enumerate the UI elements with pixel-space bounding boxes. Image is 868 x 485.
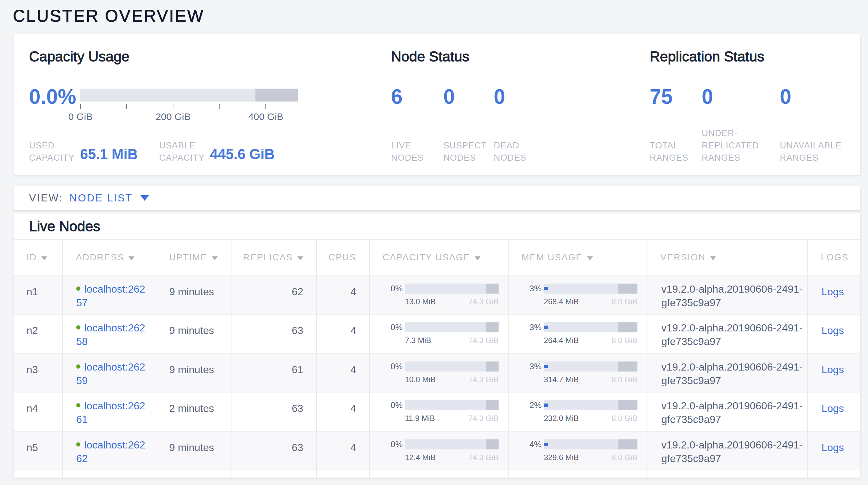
node-version: v19.2.0-alpha.20190606-2491-gfe735c9a97 xyxy=(661,282,807,309)
sort-descending-icon[interactable] xyxy=(128,256,134,260)
reserved-segment xyxy=(618,284,638,293)
column-header-address[interactable]: ADDRESS xyxy=(63,239,156,276)
node-version: v19.2.0-alpha.20190606-2491-gfe735c9a97 xyxy=(661,399,807,426)
node-cpus-cell: 4 xyxy=(316,315,369,354)
node-address-link[interactable]: localhost:26257 xyxy=(76,283,145,309)
usage-percent: 3% xyxy=(522,322,541,345)
column-header-version[interactable]: VERSION xyxy=(647,239,808,276)
usage-total-value: 74.3 GiB xyxy=(469,414,499,423)
node-logs-link[interactable]: Logs xyxy=(822,325,844,336)
live-nodes-label: LIVE NODES xyxy=(391,139,443,164)
empty-cell xyxy=(232,470,316,478)
usage-used-value: 13.0 MiB xyxy=(405,297,436,306)
used-capacity-value: 65.1 MiB xyxy=(80,146,138,162)
table-body: n1localhost:262579 minutes6240%13.0 MiB7… xyxy=(13,276,860,478)
dead-nodes-stat: 0 DEAD NODES xyxy=(494,85,549,164)
capacity-usage-cell: 0%10.0 MiB74.3 GiB xyxy=(369,353,508,393)
unavailable-ranges-stat: 0 UNAVAILABLE RANGES xyxy=(780,85,868,164)
column-header-capacity-usage[interactable]: CAPACITY USAGE xyxy=(369,239,508,276)
usage-percent: 0% xyxy=(383,284,403,306)
used-segment xyxy=(544,443,548,446)
node-logs-link[interactable]: Logs xyxy=(822,286,844,297)
capacity-bar-reserved-segment xyxy=(255,89,298,102)
mem-usage-cell: 4%329.6 MiB8.0 GiB xyxy=(508,431,647,470)
capacity-axis-labels: 0 GiB 200 GiB 400 GiB xyxy=(80,109,298,121)
column-header-replicas[interactable]: REPLICAS xyxy=(232,239,316,276)
node-address-link[interactable]: localhost:26258 xyxy=(76,322,145,347)
node-cpus-cell: 4 xyxy=(316,393,369,432)
dead-nodes-label: DEAD NODES xyxy=(494,139,549,164)
reserved-segment xyxy=(618,439,638,450)
usage-percent: 0% xyxy=(383,400,403,423)
view-selector-bar: VIEW: NODE LIST xyxy=(13,186,860,210)
usage-total-value: 74.3 GiB xyxy=(469,297,499,306)
usage-used-value: 232.0 MiB xyxy=(544,414,579,423)
column-label: LOGS xyxy=(821,252,848,262)
capacity-stats: USED CAPACITY 65.1 MiB USABLE CAPACITY 4… xyxy=(29,139,275,164)
reserved-segment xyxy=(486,439,499,450)
node-replicas-cell: 63 xyxy=(232,431,316,470)
usage-bar xyxy=(405,439,499,450)
axis-label-0gib: 0 GiB xyxy=(68,111,92,122)
node-replicas-cell: 62 xyxy=(232,276,316,315)
axis-label-400gib: 400 GiB xyxy=(248,111,283,122)
column-header-mem-usage[interactable]: MEM USAGE xyxy=(508,239,647,276)
column-header-logs: LOGS xyxy=(808,239,860,276)
empty-cell xyxy=(808,470,860,478)
sort-descending-icon[interactable] xyxy=(41,256,47,260)
cluster-summary-card: Capacity Usage 0.0% 0 GiB 200 GiB 400 Gi… xyxy=(13,34,860,175)
usage-percent: 3% xyxy=(522,284,541,306)
sort-descending-icon[interactable] xyxy=(475,256,480,260)
usage-bar xyxy=(544,439,638,450)
node-version: v19.2.0-alpha.20190606-2491-gfe735c9a97 xyxy=(661,360,807,387)
node-address-cell: localhost:26257 xyxy=(63,276,156,315)
empty-cell xyxy=(156,470,232,478)
node-logs-link[interactable]: Logs xyxy=(822,364,844,375)
usage-total-value: 8.0 GiB xyxy=(612,336,638,345)
node-logs-link[interactable]: Logs xyxy=(822,403,844,414)
usage-used-value: 10.0 MiB xyxy=(405,375,436,384)
node-id-cell: n2 xyxy=(13,315,63,354)
reserved-segment xyxy=(486,400,499,410)
reserved-segment xyxy=(486,362,499,372)
total-ranges-label: TOTAL RANGES xyxy=(650,139,702,164)
node-uptime: 9 minutes xyxy=(169,364,214,375)
usage-used-value: 268.4 MiB xyxy=(544,297,579,306)
node-address-link[interactable]: localhost:26261 xyxy=(76,400,145,425)
chevron-down-icon[interactable] xyxy=(141,195,149,201)
node-replicas-cell: 63 xyxy=(232,393,316,432)
sort-descending-icon[interactable] xyxy=(710,256,716,260)
node-uptime-cell: 9 minutes xyxy=(156,353,232,393)
node-uptime-cell: 9 minutes xyxy=(156,315,232,354)
view-dropdown-value[interactable]: NODE LIST xyxy=(69,192,133,204)
used-segment xyxy=(544,287,548,290)
node-id-cell: n5 xyxy=(13,431,63,470)
column-header-id[interactable]: ID xyxy=(13,239,63,276)
node-uptime: 9 minutes xyxy=(169,442,214,453)
node-version-cell: v19.2.0-alpha.20190606-2491-gfe735c9a97 xyxy=(647,315,808,354)
view-label: VIEW: xyxy=(29,192,63,204)
live-nodes-card: Live Nodes IDADDRESSUPTIMEREPLICASCPUSCA… xyxy=(13,213,860,478)
sort-descending-icon[interactable] xyxy=(587,256,593,260)
node-uptime: 9 minutes xyxy=(169,286,214,297)
node-address-link[interactable]: localhost:26259 xyxy=(76,361,145,387)
usage-used-value: 264.4 MiB xyxy=(544,336,579,345)
used-segment xyxy=(544,325,548,329)
empty-cell xyxy=(647,470,808,478)
usage-total-value: 8.0 GiB xyxy=(612,375,638,384)
live-nodes-table: IDADDRESSUPTIMEREPLICASCPUSCAPACITY USAG… xyxy=(13,239,860,478)
capacity-axis-ticks xyxy=(80,102,298,109)
node-replicas: 63 xyxy=(291,403,303,414)
node-status-stats: 6 LIVE NODES 0 SUSPECT NODES 0 DEAD NODE… xyxy=(391,85,549,164)
total-ranges-value: 75 xyxy=(650,85,702,108)
sort-descending-icon[interactable] xyxy=(298,256,303,260)
node-logs-link[interactable]: Logs xyxy=(822,442,844,453)
usage-percent: 0% xyxy=(383,362,403,384)
sort-descending-icon[interactable] xyxy=(212,256,218,260)
node-address-link[interactable]: localhost:26262 xyxy=(76,439,145,464)
column-label: CPUS xyxy=(329,252,356,262)
node-id: n1 xyxy=(27,286,38,297)
node-version: v19.2.0-alpha.20190606-2491-gfe735c9a97 xyxy=(661,321,807,348)
usage-bar xyxy=(544,322,638,333)
column-header-uptime[interactable]: UPTIME xyxy=(156,239,232,276)
